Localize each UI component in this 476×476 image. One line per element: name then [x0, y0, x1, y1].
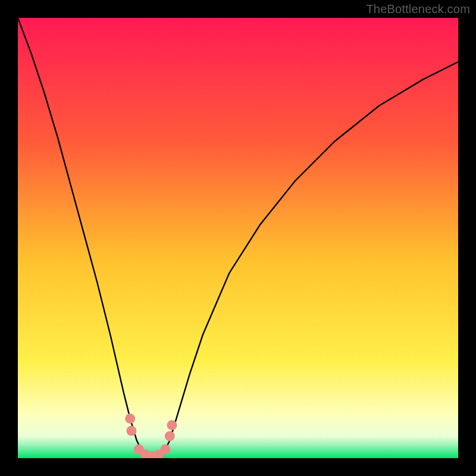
data-marker — [165, 431, 175, 441]
data-marker — [167, 420, 177, 430]
plot-area — [18, 18, 458, 458]
data-marker — [160, 444, 170, 455]
watermark-text: TheBottleneck.com — [366, 2, 470, 16]
chart-svg — [18, 18, 458, 458]
gradient-background — [18, 18, 458, 458]
data-marker — [125, 414, 135, 424]
outer-frame: TheBottleneck.com — [0, 0, 476, 476]
data-marker — [126, 426, 136, 436]
